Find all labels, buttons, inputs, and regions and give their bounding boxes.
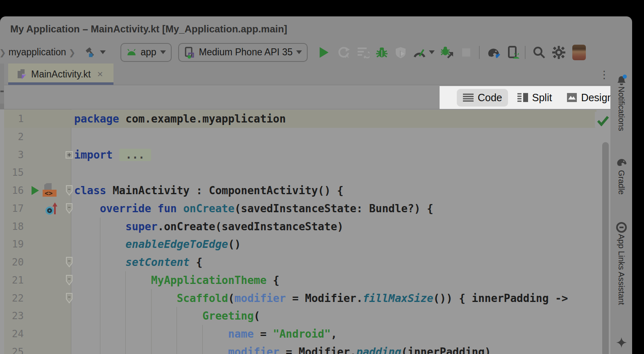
code-line[interactable]: 20 setContent { [0, 253, 610, 271]
editor-scrollbar[interactable] [602, 142, 609, 354]
chevron-right-icon: ❯ [0, 48, 9, 57]
right-tool-stripe: Notifications Gradle App Links Assistant [610, 64, 632, 354]
inspections-ok-check-icon [597, 116, 609, 126]
mode-split-button[interactable]: Split [511, 89, 558, 107]
stripe-item-gradle[interactable]: Gradle [617, 170, 626, 195]
code-line[interactable]: 21 MyApplicationTheme { [0, 271, 610, 289]
code-line[interactable]: 19 enableEdgeToEdge() [0, 235, 610, 253]
device-manager-icon[interactable] [506, 45, 520, 59]
line-number: 2 [4, 128, 24, 146]
device-selector[interactable]: Medium Phone API 35 [178, 43, 308, 62]
code-text: Greeting( [74, 307, 260, 325]
run-gutter-icon[interactable] [31, 182, 40, 200]
code-line[interactable]: 1package com.example.myapplication [0, 110, 610, 128]
tab-label: MainActivity.kt [31, 69, 91, 80]
run-icon[interactable] [317, 45, 331, 59]
mode-design-label: Design [581, 92, 613, 104]
stripe-item-app-links-assistant[interactable]: App Links Assistant [617, 234, 626, 305]
code-line[interactable]: 24 name = "Android", [0, 325, 610, 343]
apply-code-changes-icon [356, 45, 370, 59]
code-line[interactable]: 16<>class MainActivity : ComponentActivi… [0, 182, 610, 200]
line-number: 3 [4, 146, 24, 164]
code-editor[interactable]: 1package com.example.myapplication23impo… [0, 109, 610, 354]
line-number: 17 [4, 200, 24, 218]
gradle-elephant-icon[interactable] [615, 157, 628, 168]
fold-marker-icon[interactable] [66, 271, 73, 289]
line-number: 21 [4, 271, 24, 289]
code-line[interactable]: 23 Greeting( [0, 307, 610, 325]
code-line[interactable]: 18 super.onCreate(savedInstanceState) [0, 218, 610, 236]
apply-changes-restart-icon: A [337, 45, 351, 59]
line-number: 19 [4, 235, 24, 253]
code-text: class MainActivity : ComponentActivity()… [74, 182, 343, 200]
mode-code-label: Code [478, 92, 502, 104]
code-text: setContent { [74, 253, 202, 271]
code-text: package com.example.myapplication [74, 110, 286, 128]
user-avatar[interactable] [572, 45, 586, 60]
debug-icon[interactable] [375, 45, 389, 59]
code-line[interactable]: 25 modifier = Modifier.padding(innerPadd… [0, 343, 610, 354]
code-line[interactable]: 22 Scaffold(modifier = Modifier.fillMaxS… [0, 289, 610, 307]
code-line[interactable]: 17 override fun onCreate(savedInstanceSt… [0, 200, 610, 218]
kotlin-file-icon [16, 69, 27, 79]
fold-marker-icon[interactable] [66, 200, 73, 218]
line-number: 23 [4, 307, 24, 325]
code-text: name = "Android", [74, 325, 337, 343]
app-links-icon[interactable] [616, 222, 627, 233]
build-hammer-icon[interactable] [84, 45, 98, 59]
breadcrumb[interactable]: myapplication [9, 47, 66, 58]
profiler-dropdown-arrow[interactable] [429, 50, 435, 54]
module-selector[interactable]: app [120, 43, 171, 62]
profiler-icon[interactable] [413, 45, 426, 59]
view-mode-panel: Code Split Design [440, 86, 610, 109]
main-toolbar: ❯ myapplication ❯ app Medium Phone API 3… [0, 41, 632, 64]
mode-code-button[interactable]: Code [457, 89, 508, 107]
fold-marker-icon[interactable] [66, 253, 73, 271]
gradle-sync-icon[interactable] [486, 45, 500, 59]
line-number: 24 [4, 325, 24, 343]
screen: My Application – MainActivity.kt [My_App… [0, 0, 644, 354]
code-view-icon [463, 93, 474, 102]
svg-text:A: A [345, 53, 349, 59]
code-text: import ... [74, 146, 151, 164]
build-dropdown-arrow[interactable] [100, 50, 106, 54]
tab-close-icon[interactable]: × [97, 68, 103, 80]
editor-mode-strip: Code Split Design [0, 85, 632, 109]
inspection-widget[interactable] [595, 112, 610, 130]
settings-gear-icon[interactable] [552, 45, 566, 59]
line-number: 18 [4, 218, 24, 236]
bell-icon[interactable] [615, 74, 628, 87]
code-text: Scaffold(modifier = Modifier.fillMaxSize… [74, 289, 568, 307]
line-number: 15 [4, 163, 24, 182]
virtual-device-icon [184, 46, 195, 59]
code-line[interactable]: 15 [0, 163, 610, 182]
override-gutter-icon[interactable] [44, 200, 59, 218]
code-text: modifier = Modifier.padding(innerPadding… [74, 343, 491, 354]
attach-debugger-icon[interactable] [440, 45, 454, 59]
chevron-right-icon: ❯ [66, 48, 78, 57]
title-bar[interactable]: My Application – MainActivity.kt [My_App… [0, 16, 632, 41]
stripe-item-notifications[interactable]: Notifications [617, 86, 626, 131]
top-black-bar [0, 0, 644, 16]
tab-mainactivity[interactable]: MainActivity.kt × [8, 64, 113, 85]
fold-marker-icon[interactable] [66, 182, 73, 200]
gemini-sparkle-icon[interactable] [616, 337, 627, 348]
preview-gutter-icon[interactable]: <> [41, 182, 57, 200]
code-line[interactable]: 3import ... [0, 146, 610, 164]
code-line[interactable]: 2 [0, 128, 610, 146]
device-dropdown-arrow [296, 50, 302, 54]
code-text: override fun onCreate(savedInstanceState… [74, 200, 433, 218]
svg-text:<>: <> [45, 189, 52, 197]
fold-marker-icon[interactable] [66, 146, 73, 164]
window-title: My Application – MainActivity.kt [My_App… [10, 16, 287, 41]
fold-marker-icon[interactable] [66, 289, 73, 307]
toolbar-separator [525, 46, 526, 59]
line-number: 1 [4, 110, 24, 128]
left-stripe-handle [0, 91, 4, 92]
tab-options-kebab-icon[interactable]: ⋮ [599, 68, 607, 82]
stop-icon [459, 45, 473, 59]
search-icon[interactable] [532, 45, 546, 59]
split-view-icon [517, 93, 528, 102]
code-text: enableEdgeToEdge() [74, 235, 241, 253]
android-icon [126, 49, 137, 56]
